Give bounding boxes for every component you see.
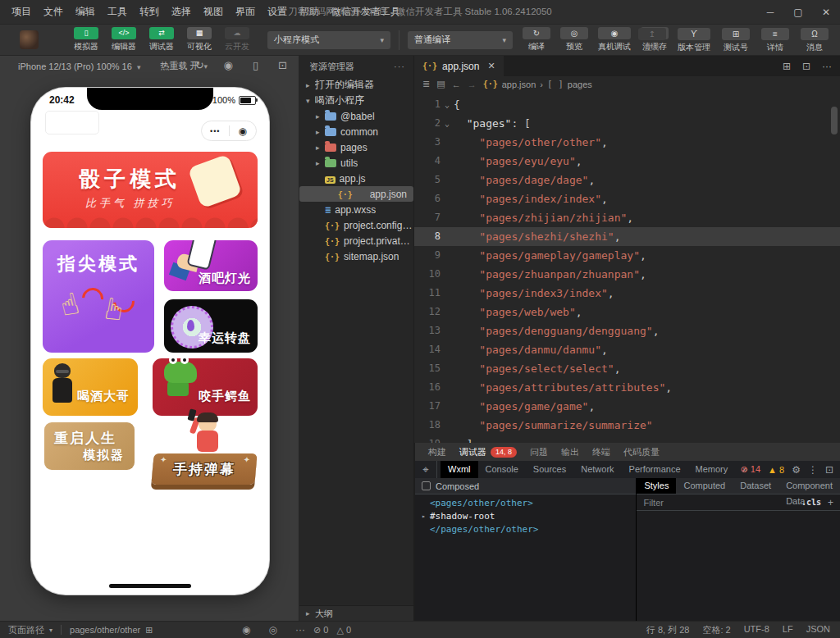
explorer-item[interactable]: project.config.json	[299, 217, 413, 233]
debugger-toggle-button[interactable]: ⇄ 调试器	[143, 27, 180, 52]
list-icon[interactable]: ≣	[422, 79, 430, 89]
explorer-item[interactable]: app.json	[299, 186, 413, 202]
open-preview-icon[interactable]: ⊞	[783, 61, 791, 72]
menu-item[interactable]: 编辑	[75, 5, 95, 19]
page-path-value[interactable]: pages/other/other	[70, 625, 140, 635]
debugger-tab[interactable]: 输出	[561, 446, 579, 458]
fold-arrow-icon[interactable]	[441, 171, 454, 189]
explorer-item[interactable]: project.private.config.js...	[299, 233, 413, 248]
bookmark-icon[interactable]: ▤	[436, 79, 445, 89]
debugger-tab[interactable]: 终端	[592, 446, 610, 458]
explorer-item[interactable]: ▾ 喝酒小程序	[299, 93, 413, 108]
debugger-tab[interactable]: 构建	[428, 446, 446, 458]
explorer-item[interactable]: app.wxss	[299, 202, 413, 217]
status-item[interactable]: JSON	[806, 624, 830, 636]
styles-pane-tab[interactable]: Dataset	[733, 478, 778, 494]
fold-arrow-icon[interactable]	[441, 133, 454, 152]
capsule-button[interactable]: ••• ◉	[201, 121, 257, 141]
problems-summary[interactable]: ⊘ 0 △ 0	[313, 625, 351, 636]
tile-drinking-bro[interactable]: 喝酒大哥	[43, 358, 138, 416]
page-path-label[interactable]: 页面路径	[8, 624, 44, 636]
debug-status-icon[interactable]: ◉	[242, 624, 250, 636]
dom-node[interactable]: <pages/other/other>	[422, 497, 636, 510]
version-control-button[interactable]: ϒ 版本管理	[678, 28, 710, 53]
menu-item[interactable]: 选择	[171, 5, 191, 19]
mode-select[interactable]: 小程序模式 ▾	[267, 31, 390, 49]
code-line[interactable]: 8 "pages/shezhi/shezhi",	[414, 227, 840, 246]
status-item[interactable]: 空格: 2	[702, 624, 730, 636]
fold-arrow-icon[interactable]: ⌄	[441, 114, 454, 133]
debugger-tab[interactable]: 代码质量	[623, 446, 660, 458]
status-item[interactable]: UTF-8	[744, 624, 769, 636]
code-line[interactable]: 11 "pages/index3/index",	[414, 284, 840, 303]
dom-node[interactable]: </pages/other/other>	[422, 523, 636, 536]
debugger-tab[interactable]: 调试器 14, 8	[459, 446, 517, 458]
editor-toggle-button[interactable]: </> 编辑器	[105, 27, 143, 52]
more-icon[interactable]: ···	[394, 62, 405, 71]
fold-arrow-icon[interactable]	[441, 303, 454, 321]
explorer-item[interactable]: ▸ @babel	[299, 108, 413, 124]
fold-arrow-icon[interactable]	[441, 152, 454, 171]
fold-arrow-icon[interactable]	[441, 246, 454, 265]
code-line[interactable]: 1 ⌄ {	[414, 95, 840, 114]
menu-item[interactable]: 界面	[235, 5, 255, 19]
gear-icon[interactable]: ⚙	[792, 464, 801, 476]
tile-fingertip-mode[interactable]: 指尖模式 ☝ ☝	[43, 240, 154, 353]
explorer-item[interactable]: ▸ 打开的编辑器	[299, 77, 413, 93]
code-line[interactable]: 19 ]	[414, 435, 840, 443]
preview-button[interactable]: ◎ 预览	[560, 27, 588, 52]
close-tab-icon[interactable]: ✕	[487, 61, 495, 71]
code-line[interactable]: 15 "pages/select/select",	[414, 359, 840, 378]
back-icon[interactable]: ←	[452, 80, 461, 89]
code-line[interactable]: 14 "pages/danmu/danmu",	[414, 340, 840, 359]
fold-arrow-icon[interactable]: ⌄	[441, 95, 454, 114]
devtools-tab[interactable]: Sources	[526, 461, 573, 478]
dom-node[interactable]: ▸ #shadow-root	[422, 510, 636, 523]
maximize-icon[interactable]: ▢	[784, 7, 812, 18]
devtools-tab[interactable]: Console	[478, 461, 526, 478]
breadcrumb-file[interactable]: app.json	[502, 80, 536, 89]
code-line[interactable]: 9 "pages/gameplay/gameplay",	[414, 246, 840, 265]
fold-arrow-icon[interactable]	[441, 265, 454, 284]
minimize-icon[interactable]: ─	[756, 7, 784, 18]
menu-item[interactable]: 设置	[267, 5, 287, 19]
editor-scrollbar[interactable]	[831, 107, 838, 134]
explorer-item[interactable]: sitemap.json	[299, 248, 413, 264]
cloud-dev-button[interactable]: ☁ 云开发	[218, 27, 256, 52]
split-editor-icon[interactable]: ⊡	[802, 61, 810, 72]
inspect-element-icon[interactable]: ⌖	[415, 461, 437, 478]
tile-bar-light[interactable]: 酒吧灯光	[164, 240, 258, 291]
outline-section[interactable]: ▸ 大纲	[299, 605, 413, 621]
upload-button[interactable]: ↥ 上传	[638, 28, 666, 53]
fold-arrow-icon[interactable]	[441, 416, 454, 435]
menu-item[interactable]: 视图	[203, 5, 223, 19]
code-line[interactable]: 12 "pages/web/web",	[414, 303, 840, 321]
code-line[interactable]: 16 "pages/attributes/attributes",	[414, 378, 840, 397]
devtools-tab[interactable]: Network	[573, 461, 621, 478]
preview-status-icon[interactable]: ◎	[268, 624, 276, 636]
menu-item[interactable]: 文件	[43, 5, 63, 19]
tile-handheld-danmu[interactable]: ✦ ✦ 手持弹幕	[153, 412, 258, 498]
code-line[interactable]: 18 "pages/summarize/summarize"	[414, 416, 840, 435]
debugger-tab[interactable]: 问题	[530, 446, 548, 458]
styles-pane-tab[interactable]: Styles	[637, 478, 676, 494]
tile-crocodile[interactable]: 咬手鳄鱼	[153, 358, 258, 416]
menu-item[interactable]: 项目	[11, 5, 31, 19]
fold-arrow-icon[interactable]	[441, 284, 454, 303]
menu-item[interactable]: 转到	[139, 5, 159, 19]
messages-button[interactable]: Ω 消息	[801, 28, 829, 53]
phone-simulator[interactable]: 20:42 100% ••• ◉ 骰子模式 比手气 拼技巧 指尖模式	[31, 88, 269, 595]
tab-app-json[interactable]: {·} app.json ✕	[414, 56, 504, 76]
add-style-icon[interactable]: +	[828, 497, 833, 508]
explorer-item[interactable]: ▸ common	[299, 124, 413, 139]
rotate-icon[interactable]: ↻	[195, 59, 204, 71]
styles-pane-tab[interactable]: Component Data	[778, 478, 840, 494]
code-line[interactable]: 7 "pages/zhijian/zhijian",	[414, 208, 840, 227]
avatar[interactable]	[20, 30, 39, 49]
code-line[interactable]: 4 "pages/eyu/eyu",	[414, 152, 840, 171]
menu-item[interactable]: 工具	[107, 5, 127, 19]
more-actions-icon[interactable]: ···	[822, 61, 832, 72]
code-line[interactable]: 10 "pages/zhuanpan/zhuanpan",	[414, 265, 840, 284]
status-item[interactable]: 行 8, 列 28	[646, 624, 690, 636]
code-line[interactable]: 13 "pages/dengguang/dengguang",	[414, 321, 840, 340]
